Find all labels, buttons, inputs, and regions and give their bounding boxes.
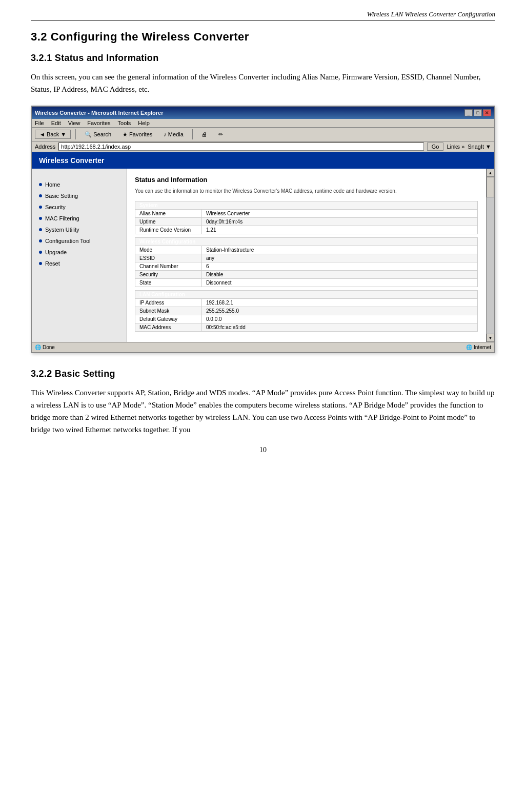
scrollbar[interactable]: ▲ ▼	[486, 169, 494, 342]
browser-toolbar: ◄ Back ▼ 🔍 Search ★ Favorites ♪ Media 🖨 …	[32, 128, 494, 141]
essid-label: ESSID	[135, 254, 202, 262]
sidebar-item-home[interactable]: Home	[32, 179, 126, 190]
snagit-button[interactable]: SnagIt ▼	[468, 144, 491, 150]
menu-edit[interactable]: Edit	[51, 120, 61, 126]
sidebar-item-security[interactable]: Security	[32, 201, 126, 213]
scroll-track	[487, 177, 494, 334]
bullet-icon	[39, 251, 42, 254]
ip-label: IP Address	[135, 299, 202, 307]
table-row: Subnet Mask 255.255.255.0	[135, 307, 478, 315]
media-button[interactable]: ♪ Media	[159, 130, 187, 138]
wc-content-pane: Status and Information You can use the i…	[127, 169, 486, 342]
sidebar-item-label: Basic Setting	[45, 193, 78, 199]
state-label: State	[135, 279, 202, 287]
sidebar-item-label: MAC Filtering	[45, 215, 79, 221]
menu-view[interactable]: View	[68, 120, 80, 126]
sidebar-item-label: Upgrade	[45, 249, 67, 255]
browser-window: Wireless Converter - Microsoft Internet …	[31, 106, 495, 353]
toolbar-separator-2	[192, 129, 193, 139]
wireless-header: Wireless Configuration	[135, 238, 478, 246]
scroll-up-arrow[interactable]: ▲	[487, 169, 495, 177]
close-button[interactable]: ✕	[483, 109, 491, 116]
scroll-thumb[interactable]	[487, 177, 494, 197]
status-right-text: Internet	[474, 344, 491, 350]
sidebar-item-configuration-tool[interactable]: Configuration Tool	[32, 235, 126, 247]
links-button[interactable]: Links »	[447, 144, 464, 150]
status-icon: 🌐	[35, 344, 41, 350]
table-row: MAC Address 00:50:fc:ac:e5:dd	[135, 323, 478, 332]
edit-button[interactable]: ✏	[214, 130, 227, 139]
back-dropdown-icon: ▼	[60, 131, 66, 137]
essid-value: any	[202, 254, 478, 262]
alias-name-label: Alias Name	[135, 210, 202, 218]
content-section-title: Status and Information	[135, 176, 478, 184]
scroll-down-arrow[interactable]: ▼	[487, 334, 495, 342]
sidebar-item-upgrade[interactable]: Upgrade	[32, 247, 126, 258]
browser-content: Wireless Converter HomeBasic SettingSecu…	[32, 152, 494, 352]
back-button[interactable]: ◄ Back ▼	[35, 130, 71, 139]
state-value: Disconnect	[202, 279, 478, 287]
star-icon: ★	[123, 131, 128, 138]
menu-file[interactable]: File	[35, 120, 44, 126]
table-row: IP Address 192.168.2.1	[135, 299, 478, 307]
system-table: System Alias Name Wireless Converter Upt…	[135, 201, 478, 234]
wc-sidebar: HomeBasic SettingSecurityMAC FilteringSy…	[32, 169, 127, 342]
runtime-value: 1.21	[202, 226, 478, 234]
menu-help[interactable]: Help	[138, 120, 150, 126]
table-row: Runtime Code Version 1.21	[135, 226, 478, 234]
favorites-button[interactable]: ★ Favorites	[118, 130, 156, 139]
bullet-icon	[39, 228, 42, 231]
bullet-icon	[39, 217, 42, 220]
sidebar-item-mac-filtering[interactable]: MAC Filtering	[32, 213, 126, 224]
table-row: Default Gateway 0.0.0.0	[135, 315, 478, 323]
go-button[interactable]: Go	[427, 143, 444, 151]
bullet-icon	[39, 239, 42, 242]
browser-titlebar: Wireless Converter - Microsoft Internet …	[32, 107, 494, 119]
security-label: Security	[135, 271, 202, 279]
search-icon: 🔍	[85, 131, 92, 138]
toolbar-separator-1	[75, 129, 76, 139]
mode-value: Station-Infrastructure	[202, 246, 478, 254]
table-row: Channel Number 6	[135, 262, 478, 271]
minimize-button[interactable]: _	[464, 109, 473, 116]
page-footer: 10	[31, 446, 495, 454]
header-title: Wireless LAN Wireless Converter Configur…	[367, 10, 495, 18]
table-row: ESSID any	[135, 254, 478, 262]
browser-addressbar: Address Go Links » SnagIt ▼	[32, 141, 494, 152]
lan-table: LAN Configuration IP Address 192.168.2.1…	[135, 290, 478, 332]
subnet-label: Subnet Mask	[135, 307, 202, 315]
browser-menubar: File Edit View Favorites Tools Help	[32, 119, 494, 128]
wc-banner: Wireless Converter	[32, 152, 494, 169]
bullet-icon	[39, 183, 42, 186]
runtime-label: Runtime Code Version	[135, 226, 202, 234]
back-arrow-icon: ◄	[39, 131, 45, 137]
page-header: Wireless LAN Wireless Converter Configur…	[31, 10, 495, 21]
search-button[interactable]: 🔍 Search	[80, 130, 115, 139]
table-row: State Disconnect	[135, 279, 478, 287]
address-input[interactable]	[58, 143, 423, 151]
section-322: 3.2.2 Basic Setting This Wireless Conver…	[31, 369, 495, 436]
section-322-title: 3.2.2 Basic Setting	[31, 369, 495, 379]
mode-label: Mode	[135, 246, 202, 254]
status-left: 🌐 Done	[35, 344, 55, 350]
page-number: 10	[259, 446, 267, 454]
sidebar-item-label: System Utility	[45, 227, 79, 233]
sidebar-item-label: Configuration Tool	[45, 238, 90, 244]
print-button[interactable]: 🖨	[197, 130, 211, 138]
table-row: Mode Station-Infrastructure	[135, 246, 478, 254]
uptime-value: 0day:0h:16m:4s	[202, 218, 478, 226]
channel-label: Channel Number	[135, 262, 202, 271]
sidebar-item-system-utility[interactable]: System Utility	[32, 224, 126, 235]
maximize-button[interactable]: □	[474, 109, 482, 116]
system-header: System	[135, 201, 478, 210]
menu-favorites[interactable]: Favorites	[87, 120, 110, 126]
menu-tools[interactable]: Tools	[118, 120, 131, 126]
wc-layout: HomeBasic SettingSecurityMAC FilteringSy…	[32, 169, 494, 342]
wc-banner-text: Wireless Converter	[39, 156, 104, 165]
ip-value: 192.168.2.1	[202, 299, 478, 307]
media-icon: ♪	[164, 131, 167, 137]
sidebar-item-basic-setting[interactable]: Basic Setting	[32, 190, 126, 201]
table-row: Uptime 0day:0h:16m:4s	[135, 218, 478, 226]
sidebar-item-reset[interactable]: Reset	[32, 258, 126, 269]
uptime-label: Uptime	[135, 218, 202, 226]
